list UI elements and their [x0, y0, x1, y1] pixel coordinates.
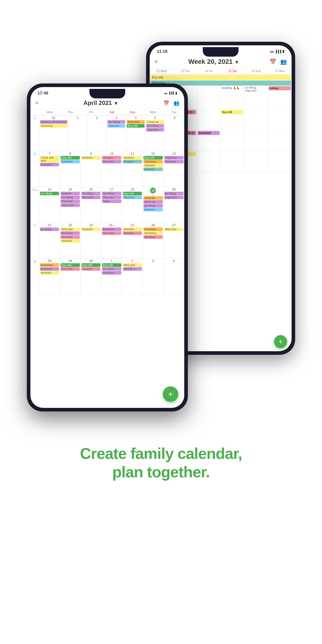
event-workshop-9[interactable]: Worksho [81, 156, 100, 160]
day-17: 17 Go hiking Play pian Yoga [101, 187, 122, 222]
event-yoga-5[interactable]: Yoga time [146, 128, 164, 131]
event-celebrate-19[interactable]: celebrate [143, 196, 162, 200]
event-basketball-28[interactable]: Basketbal [40, 263, 59, 267]
dropdown-arrow-back[interactable]: ▼ [234, 60, 239, 65]
calendar-icon-front[interactable]: 📅 [163, 100, 169, 106]
daynum-1: 1 [69, 116, 87, 120]
event-go-hiking-19[interactable]: go hiking [143, 204, 162, 208]
day-13: 13 Yoga time Play pian [164, 151, 184, 187]
event-vacation-25[interactable]: Vacation [123, 231, 142, 235]
people-icon-back[interactable]: 👥 [280, 58, 287, 65]
event-bbq-22[interactable]: BBQ plan [61, 227, 80, 231]
day-22: 22 BBQ plan Brainstorr Pet a faic Worksh… [60, 223, 80, 258]
fab-back[interactable]: + [274, 335, 287, 348]
event-go-hiking-15[interactable]: Go hiking [61, 196, 80, 199]
event-play-piano-10[interactable]: Play pian [102, 160, 121, 163]
calendar-icon-back[interactable]: 📅 [270, 58, 276, 65]
event-pet-22[interactable]: Pet a faic [61, 235, 80, 239]
event-buy-milk-12[interactable]: Buy milk [143, 156, 162, 160]
people-icon-front[interactable]: 👥 [174, 100, 179, 106]
header-title-back[interactable]: Week 20, 2021 ▼ [188, 58, 239, 66]
event-brainstorm-7[interactable]: Brainstorr [40, 163, 59, 166]
back-day-sat-3 [221, 130, 244, 151]
event-yoga-15[interactable]: Yoga time [61, 203, 80, 207]
event-brainstorm-24[interactable]: Brainstorr [102, 227, 121, 231]
event-vacation-30[interactable]: Vacation [81, 267, 100, 271]
event-go-hiking-21[interactable]: go hiking [40, 227, 59, 231]
hamburger-icon-front[interactable]: ≡ [35, 100, 38, 106]
event-brainstorm-22[interactable]: Brainstorr [61, 231, 80, 235]
event-workshop-22[interactable]: Worksho [61, 239, 80, 243]
event-pet-29[interactable]: Pet a faic [61, 267, 80, 271]
event-checking-12[interactable]: Checking [143, 160, 162, 163]
daynum-28: 28 [40, 259, 59, 263]
event-go-hiking-16[interactable]: Go hiking [81, 192, 100, 195]
event-basketball-4[interactable]: Basketbal [127, 120, 145, 124]
event-buy-milk-18[interactable]: Buy milk [123, 192, 142, 195]
fab-front[interactable]: + [163, 386, 178, 402]
event-swimmin-8[interactable]: Swimmin [61, 160, 80, 163]
event-play-piano-16[interactable]: Play pian [81, 196, 100, 199]
event-play-piano-17[interactable]: Play pian [102, 196, 121, 199]
event-swimmin-18[interactable]: Swimmin [123, 196, 142, 199]
event-workshop-31[interactable]: Workshop [40, 124, 67, 128]
hamburger-icon-back[interactable]: ≡ [154, 58, 158, 65]
day-8: 8 Buy milk Swimmin [60, 151, 80, 187]
event-weekly-2[interactable]: Weekly m [123, 267, 142, 271]
event-checking-26[interactable]: Checking [143, 227, 162, 231]
daynum-15: 15 [61, 188, 80, 191]
event-workshop-12[interactable]: Worksho [143, 164, 162, 167]
event-do-nothing-1[interactable]: Do nothin [102, 267, 121, 271]
event-spanish-15[interactable]: Spanish [61, 192, 80, 195]
event-play-piano-13[interactable]: Play pian [164, 160, 184, 163]
header-title-front[interactable]: April 2021 ▼ [83, 100, 118, 106]
event-travel-5[interactable]: Travel wit [146, 120, 164, 124]
event-clean-19[interactable]: clean roo [143, 200, 162, 204]
event-brainstorm-28[interactable]: Brainstorr [40, 267, 59, 271]
event-workshop-28[interactable]: Worksho [40, 271, 59, 275]
event-buy-milk-4[interactable]: Buy milk [127, 124, 145, 128]
event-buy-milk-29[interactable]: Buy milk [61, 263, 80, 267]
event-swimmin-19[interactable]: swimmin [143, 208, 162, 211]
back-day-mon-4 [268, 151, 292, 172]
day-30: 30 Buy milk Vacation [81, 258, 101, 294]
event-go-hiking-5[interactable]: Go hiking [146, 124, 164, 128]
event-yoga-13[interactable]: Yoga time [164, 156, 184, 160]
event-product-12[interactable]: Product l [143, 168, 162, 171]
event-product-11[interactable]: Product l [123, 160, 142, 163]
event-buy-milk-8[interactable]: Buy milk [61, 156, 80, 160]
event-yoga-17[interactable]: Yoga [102, 199, 121, 203]
week-num-14: 14 [30, 115, 39, 151]
event-bbq-27[interactable]: BBQ plan [164, 227, 184, 231]
nothing-event: nothing [269, 86, 291, 90]
event-go-hiking-3[interactable]: Go hiking [107, 120, 125, 124]
event-workshop-25[interactable]: Worksho [123, 227, 142, 231]
event-vacation-10[interactable]: Vacation [102, 156, 121, 160]
dropdown-arrow-front[interactable]: ▼ [114, 101, 118, 106]
event-bbq-2[interactable]: BBQ plan [123, 263, 142, 267]
event-travel-beth[interactable]: Travel with Beth [40, 156, 59, 162]
back-day-sat: Wedding 💃💃 [221, 86, 244, 109]
event-meeting[interactable]: Meeting with Benjami [40, 120, 67, 124]
page-wrapper: 11:16 ▴▴ ▐▐▐ ▮ ≡ Week 20, 2021 ▼ � [0, 0, 322, 644]
event-go-hiking-14[interactable]: Go hiking [40, 192, 59, 195]
day-27: 27 BBQ plan [164, 223, 184, 258]
event-buy-milk-1[interactable]: Buy milk [102, 263, 121, 267]
event-buy-milk-30[interactable]: Buy milk [81, 263, 100, 267]
day-25: 25 Worksho Vacation [122, 223, 143, 258]
col-sun: 16 Sun [244, 68, 268, 74]
event-go-hiking-17[interactable]: Go hiking [102, 192, 121, 195]
event-workshop-11[interactable]: Worksho [123, 156, 142, 160]
event-weekly-1[interactable]: Weekly m [102, 271, 121, 275]
event-wedding-26[interactable]: Wedding [143, 235, 162, 239]
event-workshop-23[interactable]: Worksho [81, 227, 100, 231]
event-pet-24[interactable]: Pet a faic [102, 231, 121, 235]
event-yoga-20[interactable]: yoga time [164, 196, 184, 199]
back-day-sat-4 [221, 151, 244, 172]
event-play-piano-15[interactable]: Play pian [61, 199, 80, 203]
day-16: 16 Go hiking Play pian [81, 187, 101, 222]
mon-header: Mon [143, 109, 163, 115]
event-go-hiking-20[interactable]: go hiking [164, 192, 184, 195]
event-swimmin-3[interactable]: Swimmin [107, 124, 125, 128]
event-workshop-26[interactable]: Workshop [143, 231, 162, 235]
